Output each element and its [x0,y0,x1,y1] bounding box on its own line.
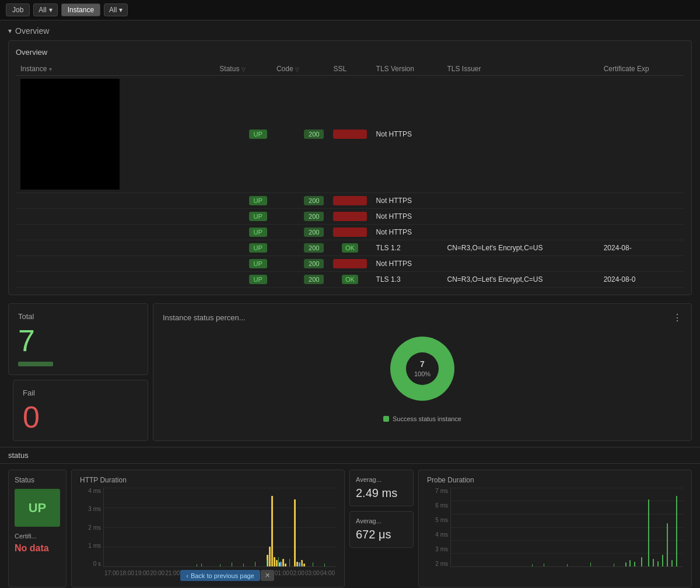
table-row: UP200 Not HTTPS [16,76,684,193]
table-row: UP200 Not HTTPS [16,225,684,240]
http-chart-canvas [103,488,336,567]
close-button[interactable]: ✕ [261,570,274,581]
bar-g11 [313,562,313,566]
chevron-down-icon-2: ▾ [119,6,123,14]
tls-version-cell: Not HTTPS [372,209,443,225]
status-cell: UP [215,193,272,209]
bar-y12 [303,564,305,566]
pie-chart-card: Instance status percen... ⋮ 7 100% Succe… [153,303,692,441]
x-label-01: 01:00 [275,570,289,581]
http-y-labels: 4 ms 3 ms 2 ms 1 ms 0 s [80,488,101,567]
bar-y10 [296,562,298,566]
probe-duration-panel: Probe Duration 7 ms 6 ms 5 ms 4 ms 3 ms … [418,470,692,587]
probe-bar-10 [671,560,673,566]
tls-issuer-cell: CN=R3,O=Let's Encrypt,C=US [442,272,598,288]
tls-version-cell: Not HTTPS [372,225,443,240]
tls-version-cell: Not HTTPS [372,193,443,209]
tls-issuer-cell [442,209,598,225]
tls-issuer-cell [442,193,598,209]
table-row: UP200OKTLS 1.3CN=R3,O=Let's Encrypt,C=US… [16,272,684,288]
probe-duration-title: Probe Duration [427,476,683,484]
probe-chart-canvas [450,488,683,567]
ssl-cell [328,209,371,225]
overview-section: ▾ Overview Overview Instance ▾ Status ▽ … [0,20,700,301]
bar-b2 [299,562,300,566]
tls-issuer-cell [442,256,598,272]
probe-y-6: 6 ms [427,502,448,509]
y-label-1ms: 1 ms [80,542,101,549]
status-cell: UP [215,76,272,193]
code-cell: 200 [272,240,329,256]
table-row: UP200 Not HTTPS [16,209,684,225]
avg-panel-1: Averag... 2.49 ms [349,470,414,506]
x-label-18: 18:00 [120,570,134,581]
col-instance-header: Instance ▾ [16,62,215,76]
status-cell: UP [215,240,272,256]
bar-y2 [269,547,271,566]
bar-g8 [278,557,279,566]
bar-g4 [232,562,232,566]
job-button[interactable]: Job [6,4,30,16]
code-cell: 200 [272,272,329,288]
bar-g5 [243,564,244,566]
tls-issuer-cell [442,76,598,193]
col-code-header: Code ▽ [272,62,329,76]
instance-cell [16,225,215,240]
overview-title: Overview [15,26,49,36]
overview-card: Overview Instance ▾ Status ▽ Code ▽ SSL … [8,40,692,295]
probe-y-4: 4 ms [427,531,448,538]
col-issuer-header: TLS Issuer [442,62,598,76]
x-label-17: 17:00 [104,570,119,581]
bar-g3 [220,564,220,566]
ellipsis-button[interactable]: ⋮ [673,312,682,323]
probe-bar-4 [641,557,642,566]
all-dropdown-1[interactable]: All ▾ [33,4,57,16]
avg-column: Averag... 2.49 ms Averag... 672 μs [349,470,414,587]
col-cert-header: Certificate Exp [599,62,684,76]
avg-label-1: Averag... [356,476,407,483]
tls-version-cell: Not HTTPS [372,256,443,272]
chevron-icon: ▾ [8,27,12,35]
bar-g9 [289,559,290,567]
instance-cell [16,193,215,209]
instance-cell [16,256,215,272]
y-label-2ms: 2 ms [80,524,101,531]
bar-y4 [274,557,275,566]
all-dropdown-2[interactable]: All ▾ [104,4,128,16]
cert-exp-cell: 2024-08- [599,240,684,256]
total-value: 7 [18,326,138,356]
probe-chart-area: 7 ms 6 ms 5 ms 4 ms 3 ms 2 ms [427,488,683,581]
cert-exp-cell [599,256,684,272]
probe-bar-7 [657,561,659,566]
pie-svg-wrapper: 7 100% [382,328,463,410]
instance-cell [16,240,215,256]
status-cell: UP [215,256,272,272]
svg-text:7: 7 [420,359,425,369]
http-x-nav: 17:00 18:00 19:00 20:00 21:00 ‹ Back to … [103,570,336,581]
probe-bar-3 [634,562,635,566]
y-label-0s: 0 s [80,561,101,567]
bar-g6 [255,562,256,566]
x-label-21: 21:00 [165,570,180,581]
ssl-cell: OK [328,272,371,288]
pie-container: 7 100% Success status instance [163,328,682,422]
ssl-cell [328,225,371,240]
back-to-prev-button[interactable]: ‹ Back to previous page [180,570,260,581]
grid-line-4 [104,547,336,547]
code-cell: 200 [272,193,329,209]
status-cell: UP [215,225,272,240]
probe-bar-base-4 [590,562,591,566]
instance-cell [16,76,215,193]
grid-line-1 [104,488,336,488]
probe-y-7: 7 ms [427,488,448,494]
tls-version-cell: TLS 1.2 [372,240,443,256]
tls-version-cell: Not HTTPS [372,76,443,193]
probe-bar-9 [667,523,668,566]
no-data-label: No data [15,543,60,554]
fail-value: 0 [23,402,138,432]
probe-bar-1 [625,562,626,566]
status-panel: Status UP Certifi... No data [8,470,66,587]
cert-exp-cell [599,225,684,240]
avg-panel-2: Averag... 672 μs [349,511,414,548]
instance-button[interactable]: Instance [61,4,100,16]
